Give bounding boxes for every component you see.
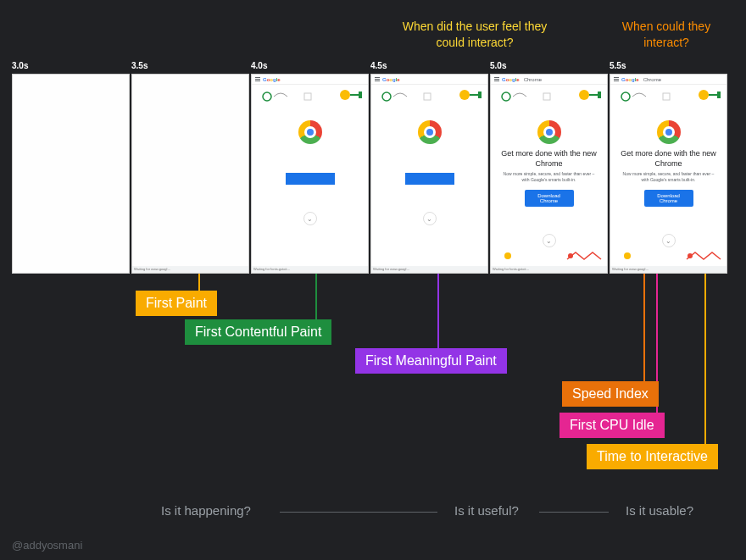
connector-si xyxy=(643,274,645,384)
google-logo: Google xyxy=(263,77,281,82)
status-bar: Waiting for www.googl… xyxy=(371,266,487,273)
metric-first-paint: First Paint xyxy=(136,291,217,316)
connector-fp xyxy=(198,274,200,292)
chrome-logo-icon xyxy=(418,120,442,144)
question-usable: Is it usable? xyxy=(626,503,693,518)
frame-col-4: 5.0s Google Chrome Get more done with th… xyxy=(490,61,610,274)
frame-blank xyxy=(12,74,130,274)
question-feel-interact: When did the user feel they could intera… xyxy=(390,19,560,51)
page-headline: Get more done with the new Chrome xyxy=(610,149,727,169)
author-credit: @addyosmani xyxy=(12,539,82,552)
frame-col-2: 4.0s Google ⌄ Waiting for fonts.gstati… xyxy=(251,61,370,274)
status-bar: Waiting for www.googl… xyxy=(132,266,248,273)
connector-fcp xyxy=(315,274,317,321)
svg-rect-15 xyxy=(663,93,670,100)
frame-full-2: Google Chrome Get more done with the new… xyxy=(610,74,727,274)
frame-fmp: Google ⌄ Waiting for www.googl… xyxy=(370,74,488,274)
svg-point-19 xyxy=(688,253,693,258)
menu-icon xyxy=(614,77,619,81)
svg-point-4 xyxy=(382,92,391,101)
chevron-down-icon: ⌄ xyxy=(303,212,317,225)
doodle-bottom xyxy=(610,247,727,264)
frame-col-1: 3.5s Waiting for www.googl… xyxy=(131,61,251,274)
svg-rect-9 xyxy=(543,93,550,100)
browser-bar: Google Chrome xyxy=(610,75,727,85)
svg-point-10 xyxy=(579,90,589,100)
metric-speed-index: Speed Index xyxy=(562,381,659,407)
page-subline: Now more simple, secure, and faster than… xyxy=(610,169,727,185)
product-label: Chrome xyxy=(643,77,661,82)
question-useful: Is it useful? xyxy=(454,503,519,518)
doodle-graphics xyxy=(252,85,369,110)
svg-rect-7 xyxy=(478,91,482,98)
browser-bar: Google Chrome xyxy=(491,75,607,85)
google-logo: Google xyxy=(502,77,520,82)
time-label: 5.0s xyxy=(490,61,610,70)
svg-rect-5 xyxy=(424,93,431,100)
time-label: 4.5s xyxy=(370,61,490,70)
frame-fcp: Google ⌄ Waiting for fonts.gstati… xyxy=(251,74,369,274)
svg-point-6 xyxy=(459,90,470,100)
question-could-interact: When could they interact? xyxy=(598,19,734,51)
chrome-logo-icon xyxy=(657,120,681,144)
svg-point-16 xyxy=(699,90,709,100)
status-bar: Waiting for www.googl… xyxy=(610,266,727,273)
question-happening: Is it happening? xyxy=(161,503,251,518)
chevron-down-icon: ⌄ xyxy=(543,234,556,247)
svg-point-13 xyxy=(568,253,573,258)
menu-icon xyxy=(255,77,260,81)
time-label: 3.5s xyxy=(131,61,251,70)
chevron-down-icon: ⌄ xyxy=(662,234,676,247)
doodle-bottom xyxy=(491,247,608,264)
svg-rect-3 xyxy=(359,91,362,98)
chrome-logo-icon xyxy=(298,120,322,144)
metric-first-cpu-idle: First CPU Idle xyxy=(560,413,665,438)
time-label: 5.5s xyxy=(610,61,729,70)
filmstrip-timeline: 3.0s 3.5s Waiting for www.googl… 4.0s Go… xyxy=(12,61,729,274)
divider-line xyxy=(280,512,437,513)
page-headline: Get more done with the new Chrome xyxy=(491,149,607,169)
divider-line xyxy=(539,512,609,513)
browser-bar: Google xyxy=(252,75,368,85)
status-bar: Waiting for fonts.gstati… xyxy=(491,266,607,273)
cta-placeholder xyxy=(405,173,454,185)
google-logo: Google xyxy=(621,77,639,82)
svg-rect-11 xyxy=(598,91,601,98)
svg-point-14 xyxy=(621,92,630,101)
frame-first-paint: Waiting for www.googl… xyxy=(131,74,249,274)
cta-placeholder xyxy=(286,173,335,185)
download-button[interactable]: Download Chrome xyxy=(525,190,574,207)
download-button[interactable]: Download Chrome xyxy=(644,190,693,207)
doodle-graphics xyxy=(610,85,727,110)
chrome-logo-icon xyxy=(537,120,561,144)
status-bar: Waiting for fonts.gstati… xyxy=(252,266,368,273)
google-logo: Google xyxy=(382,77,400,82)
svg-point-8 xyxy=(502,92,510,101)
frame-col-0: 3.0s xyxy=(12,61,131,274)
frame-col-5: 5.5s Google Chrome Get more done with th… xyxy=(610,61,729,274)
menu-icon xyxy=(494,77,499,81)
metric-first-meaningful-paint: First Meaningful Paint xyxy=(355,348,507,374)
svg-point-2 xyxy=(340,90,350,100)
svg-rect-1 xyxy=(304,93,311,100)
svg-point-18 xyxy=(624,252,631,259)
metric-first-contentful-paint: First Contentful Paint xyxy=(185,319,331,345)
frame-col-3: 4.5s Google ⌄ Waiting for www.googl… xyxy=(370,61,490,274)
connector-fmp xyxy=(437,274,439,350)
menu-icon xyxy=(375,77,380,81)
page-subline: Now more simple, secure, and faster than… xyxy=(491,169,607,185)
browser-bar: Google xyxy=(371,75,487,85)
doodle-graphics xyxy=(371,85,488,110)
metric-time-to-interactive: Time to Interactive xyxy=(587,444,718,469)
svg-point-0 xyxy=(263,92,271,101)
connector-tti xyxy=(704,274,706,446)
time-label: 3.0s xyxy=(12,61,131,70)
chevron-down-icon: ⌄ xyxy=(423,212,437,225)
time-label: 4.0s xyxy=(251,61,370,70)
svg-point-12 xyxy=(504,252,511,259)
doodle-graphics xyxy=(491,85,608,110)
frame-full-1: Google Chrome Get more done with the new… xyxy=(490,74,608,274)
product-label: Chrome xyxy=(524,77,542,82)
svg-rect-17 xyxy=(717,91,721,98)
